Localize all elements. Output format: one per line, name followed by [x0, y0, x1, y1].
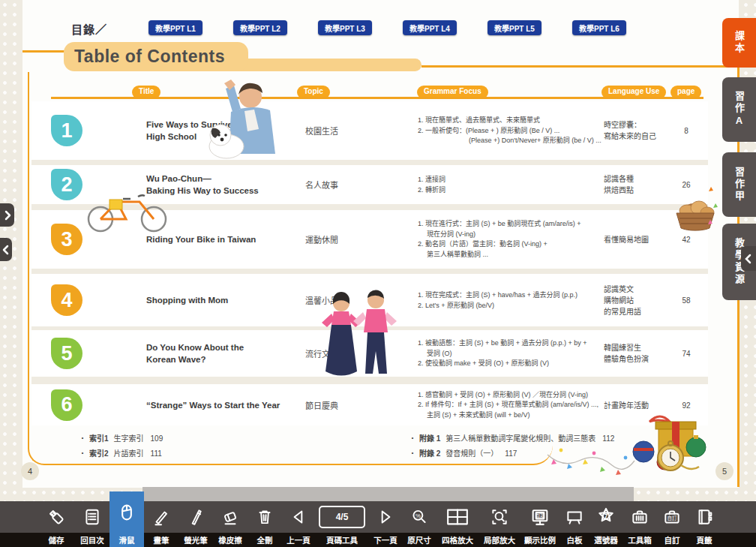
toolbar-item-mouse[interactable]: 滑鼠 [110, 491, 144, 547]
ppt-button-l6[interactable]: 教學PPT L6 [572, 20, 626, 35]
ppt-button-l2[interactable]: 教學PPT L2 [233, 20, 287, 35]
toolbar-item-four-pane-zoom[interactable]: 四格放大 [436, 501, 478, 547]
toolbar-item-custom[interactable]: 自訂 自訂 [657, 501, 687, 547]
toolbar-item-eraser[interactable]: 橡皮擦 [213, 501, 248, 547]
title-tail-bar [229, 59, 422, 71]
ppt-button-l5[interactable]: 教學PPT L5 [488, 20, 542, 35]
usb-save-icon [46, 507, 66, 527]
language-use: 認識各種 烘焙西點 [604, 173, 676, 196]
svg-text:固定: 固定 [536, 512, 545, 518]
book-tabs-icon [694, 507, 714, 527]
svg-text:7: 7 [604, 512, 608, 520]
svg-text:自訂: 自訂 [668, 515, 678, 521]
page-indicator[interactable]: 4/5 [319, 506, 365, 528]
grammar-focus: 1. 現在完成式：主詞 (S) + have/has + 過去分詞 (p.p.)… [418, 290, 619, 311]
toolbar-item-original-size[interactable]: % 原尺寸 [402, 501, 436, 547]
page-title-box: Table of Contents [64, 42, 248, 71]
whiteboard-icon [565, 507, 584, 527]
table-row-unit1[interactable]: 1 Five Ways to Survive High School 校園生活 … [32, 101, 708, 160]
star-number-icon: 7 [596, 506, 616, 527]
unit-title[interactable]: Shopping with Mom [146, 294, 304, 306]
chevron-left-icon [745, 254, 752, 264]
ebook-reader: 目錄／ Table of Contents 教學PPT L1 教學PPT L2 … [0, 0, 756, 547]
string-lights-illustration [546, 440, 636, 480]
unit-topic: 運動休閒 [305, 233, 388, 245]
page-number-right: 5 [716, 462, 734, 480]
unit-page-number: 42 [670, 236, 703, 244]
index-item-2[interactable]: ・索引2片語索引111 [79, 447, 162, 458]
unit-title[interactable]: “Strange” Ways to Start the Year [146, 399, 304, 411]
tab-workbook-a[interactable]: 習作A [722, 77, 756, 142]
panel-collapse-button[interactable] [0, 238, 12, 261]
photo-man-with-dog [204, 77, 292, 160]
tabs-collapse-button[interactable] [741, 246, 756, 271]
toolbar-item-delete-all[interactable]: 全刪 [248, 501, 282, 547]
toolbar-item-page-tabs[interactable]: 頁籤 [687, 501, 722, 547]
ppt-button-l4[interactable]: 教學PPT L4 [403, 20, 457, 35]
page-border-top-left [22, 50, 64, 53]
bicycle-illustration [81, 179, 175, 235]
page-border-top-right [422, 65, 738, 68]
grammar-focus: 1. 感官動詞 + 受詞 (O) + 原形動詞 (V) ／現在分詞 (V-ing… [418, 389, 619, 420]
language-use: 認識英文 購物網站 的常見用語 [604, 284, 676, 317]
toolbar-item-save[interactable]: 儲存 [38, 501, 75, 547]
toolbox-icon [630, 507, 650, 527]
unit-page-number: 92 [670, 401, 703, 409]
unit-number-badge: 4 [51, 284, 82, 316]
chevron-right-icon [4, 210, 11, 221]
unit-title[interactable]: Do You Know About the Korean Wave? [146, 341, 304, 365]
unit-title[interactable]: Riding Your Bike in Taiwan [146, 233, 304, 245]
section-label: 目錄／ [71, 21, 107, 37]
page-title: Table of Contents [74, 47, 225, 67]
unit-number-badge: 6 [51, 389, 82, 421]
toolbar-item-next-page[interactable]: 下一頁 [369, 501, 402, 547]
unit-topic: 名人故事 [305, 179, 388, 191]
unit-number-badge: 1 [51, 115, 82, 146]
grammar-focus: 1. 連接詞 2. 轉折詞 [418, 175, 619, 195]
toolbar-item-toolbox[interactable]: 工具箱 [622, 501, 657, 547]
toolbar-item-page-tool[interactable]: 4/5 頁碼工具 [315, 501, 369, 547]
unit-page-number: 58 [670, 296, 703, 305]
grammar-focus: 1. 現在簡單式、過去簡單式、未來簡單式 2. 一般祈使句：(Please + … [418, 116, 619, 146]
hanbok-couple-illustration [318, 290, 402, 384]
toolbar: 儲存 回目次 滑鼠 畫筆 螢光筆 橡皮擦 [0, 501, 756, 547]
sparkles-decoration [706, 184, 723, 229]
unit-number-badge: 2 [51, 169, 82, 200]
header-underline [51, 97, 704, 99]
panel-expand-button[interactable] [0, 203, 14, 227]
four-pane-icon [445, 506, 470, 527]
unit-topic: 節日慶典 [305, 399, 388, 411]
next-triangle-icon [376, 507, 395, 527]
tab-workbook-jia[interactable]: 習作甲 [722, 152, 756, 217]
trash-icon [255, 507, 274, 527]
zoom-percent-icon: % [410, 507, 429, 527]
toolbar-item-local-zoom[interactable]: 局部放大 [478, 501, 520, 547]
index-item-1[interactable]: ・索引1生字索引109 [79, 432, 163, 443]
language-use: 韓國練習生 體驗角色扮演 [604, 342, 676, 365]
unit-topic: 校園生活 [305, 125, 388, 137]
toolbar-item-highlighter[interactable]: 螢光筆 [178, 501, 213, 547]
appendix-item-2[interactable]: ・附錄 2發音規則（一）117 [409, 447, 517, 458]
toolbar-item-number-picker[interactable]: 7 選號器 [590, 501, 622, 547]
page-bottom-strip [142, 487, 634, 501]
language-use: 看懂簡易地圖 [604, 234, 676, 245]
language-use: 計畫跨年活動 [604, 399, 676, 410]
ppt-button-l1[interactable]: 教學PPT L1 [148, 20, 202, 35]
table-row-unit6[interactable]: 6 “Strange” Ways to Start the Year 節日慶典 … [32, 384, 708, 425]
tab-textbook[interactable]: 課本 [722, 18, 756, 68]
ppt-button-l3[interactable]: 教學PPT L3 [318, 20, 372, 35]
toolbar-item-back-to-contents[interactable]: 回目次 [75, 501, 110, 547]
unit-page-number: 8 [670, 127, 703, 135]
contents-list-icon [82, 507, 102, 527]
gifts-and-clock-illustration [627, 413, 718, 476]
toolbar-item-pen[interactable]: 畫筆 [144, 501, 178, 547]
mouse-icon [116, 502, 137, 523]
toolbar-item-previous-page[interactable]: 上一頁 [282, 501, 315, 547]
unit-number-badge: 3 [51, 224, 82, 255]
grammar-focus: 1. 被動語態：主詞 (S) + be 動詞 + 過去分詞 (p.p.) + b… [418, 338, 619, 369]
language-use: 時空膠囊： 寫給未來的自己 [604, 119, 676, 142]
toolbar-item-whiteboard[interactable]: 白板 [560, 501, 590, 547]
grammar-focus: 1. 現在進行式：主詞 (S) + be 動詞現在式 (am/are/is) +… [418, 219, 619, 260]
toolbar-item-display-ratio[interactable]: 固定 顯示比例 [520, 501, 560, 547]
unit-number-badge: 5 [51, 338, 82, 369]
